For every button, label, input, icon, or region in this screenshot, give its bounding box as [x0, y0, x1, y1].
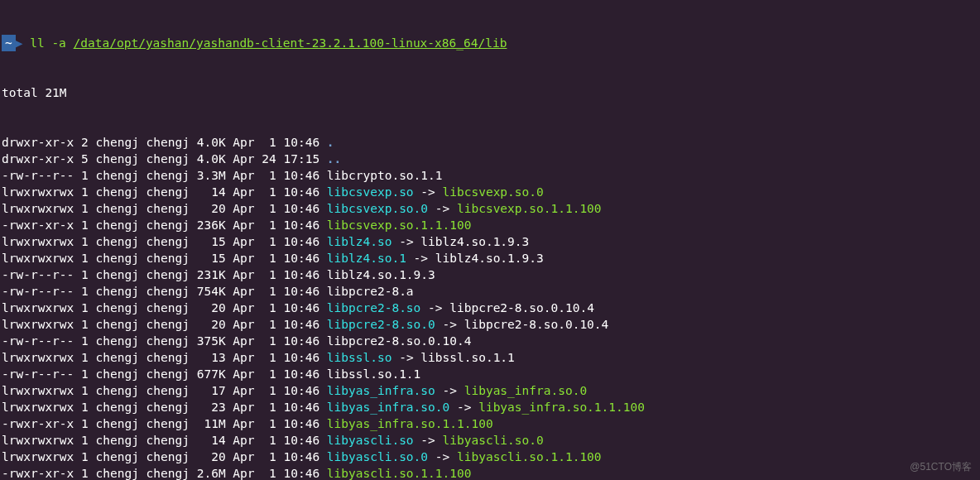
- symlink-target: libcsvexp.so.1.1.100: [457, 202, 602, 215]
- list-item: drwxr-xr-x 2 chengj chengj 4.0K Apr 1 10…: [2, 134, 978, 151]
- symlink-arrow-icon: ->: [435, 318, 464, 331]
- file-name: libyas_infra.so.1.1.100: [327, 417, 493, 430]
- list-item: lrwxrwxrwx 1 chengj chengj 15 Apr 1 10:4…: [2, 233, 978, 250]
- list-item: lrwxrwxrwx 1 chengj chengj 15 Apr 1 10:4…: [2, 250, 978, 266]
- file-meta: -rw-r--r-- 1 chengj chengj 677K Apr 1 10…: [2, 367, 327, 381]
- file-meta: -rw-r--r-- 1 chengj chengj 231K Apr 1 10…: [2, 268, 327, 281]
- file-name: libcsvexp.so: [327, 185, 414, 199]
- terminal-output[interactable]: ~▶ ll -a /data/opt/yashan/yashandb-clien…: [0, 0, 980, 480]
- prompt-symbol: ~: [2, 35, 16, 51]
- file-meta: lrwxrwxrwx 1 chengj chengj 20 Apr 1 10:4…: [2, 318, 327, 331]
- symlink-arrow-icon: ->: [414, 434, 443, 447]
- file-meta: lrwxrwxrwx 1 chengj chengj 20 Apr 1 10:4…: [2, 202, 327, 215]
- file-name: libyascli.so: [327, 434, 414, 447]
- file-meta: lrwxrwxrwx 1 chengj chengj 15 Apr 1 10:4…: [2, 252, 327, 265]
- file-meta: -rwxr-xr-x 1 chengj chengj 236K Apr 1 10…: [2, 218, 327, 232]
- list-item: -rwxr-xr-x 1 chengj chengj 11M Apr 1 10:…: [2, 415, 978, 432]
- symlink-target: libpcre2-8.so.0.10.4: [449, 301, 594, 314]
- symlink-arrow-icon: ->: [392, 351, 420, 364]
- file-meta: -rw-r--r-- 1 chengj chengj 375K Apr 1 10…: [2, 334, 327, 348]
- list-item: -rw-r--r-- 1 chengj chengj 375K Apr 1 10…: [2, 333, 978, 349]
- list-item: lrwxrwxrwx 1 chengj chengj 20 Apr 1 10:4…: [2, 300, 978, 316]
- list-item: lrwxrwxrwx 1 chengj chengj 14 Apr 1 10:4…: [2, 432, 978, 449]
- file-meta: lrwxrwxrwx 1 chengj chengj 14 Apr 1 10:4…: [2, 185, 327, 199]
- list-item: lrwxrwxrwx 1 chengj chengj 20 Apr 1 10:4…: [2, 449, 978, 465]
- file-name: libpcre2-8.so.0: [327, 318, 435, 331]
- symlink-arrow-icon: ->: [428, 450, 457, 463]
- file-name: libpcre2-8.so: [327, 301, 421, 314]
- file-listing: drwxr-xr-x 2 chengj chengj 4.0K Apr 1 10…: [2, 134, 978, 480]
- symlink-target: liblz4.so.1.9.3: [435, 252, 544, 265]
- list-item: lrwxrwxrwx 1 chengj chengj 14 Apr 1 10:4…: [2, 184, 978, 200]
- symlink-target: libssl.so.1.1: [420, 351, 515, 364]
- total-line: total 21M: [2, 84, 978, 101]
- file-name: ..: [327, 152, 341, 166]
- symlink-target: libpcre2-8.so.0.10.4: [464, 318, 609, 331]
- list-item: -rw-r--r-- 1 chengj chengj 677K Apr 1 10…: [2, 366, 978, 382]
- file-meta: drwxr-xr-x 2 chengj chengj 4.0K Apr 1 10…: [2, 136, 327, 149]
- watermark: @51CTO博客: [910, 458, 972, 475]
- file-name: libpcre2-8.a: [327, 285, 414, 298]
- file-name: libcsvexp.so.1.1.100: [327, 218, 472, 232]
- symlink-arrow-icon: ->: [449, 401, 478, 414]
- file-name: libcsvexp.so.0: [327, 202, 428, 215]
- list-item: -rwxr-xr-x 1 chengj chengj 2.6M Apr 1 10…: [2, 465, 978, 480]
- file-name: libyascli.so.0: [327, 450, 428, 463]
- file-meta: -rwxr-xr-x 1 chengj chengj 2.6M Apr 1 10…: [2, 467, 327, 480]
- file-meta: lrwxrwxrwx 1 chengj chengj 20 Apr 1 10:4…: [2, 301, 327, 314]
- prompt-line: ~▶ ll -a /data/opt/yashan/yashandb-clien…: [2, 35, 978, 51]
- file-name: libcrypto.so.1.1: [327, 169, 443, 182]
- file-meta: drwxr-xr-x 5 chengj chengj 4.0K Apr 24 1…: [2, 152, 327, 166]
- list-item: lrwxrwxrwx 1 chengj chengj 17 Apr 1 10:4…: [2, 382, 978, 399]
- file-name: .: [327, 136, 334, 149]
- file-name: libssl.so.1.1: [327, 367, 421, 381]
- list-item: lrwxrwxrwx 1 chengj chengj 20 Apr 1 10:4…: [2, 200, 978, 217]
- list-item: lrwxrwxrwx 1 chengj chengj 23 Apr 1 10:4…: [2, 399, 978, 415]
- list-item: drwxr-xr-x 5 chengj chengj 4.0K Apr 24 1…: [2, 151, 978, 167]
- file-name: liblz4.so.1.9.3: [327, 268, 435, 281]
- symlink-target: libyascli.so.0: [443, 434, 544, 447]
- file-meta: lrwxrwxrwx 1 chengj chengj 23 Apr 1 10:4…: [2, 401, 327, 414]
- symlink-arrow-icon: ->: [435, 384, 464, 397]
- symlink-arrow-icon: ->: [392, 235, 420, 248]
- symlink-target: libyascli.so.1.1.100: [457, 450, 602, 463]
- file-name: libyas_infra.so: [327, 384, 435, 397]
- list-item: -rw-r--r-- 1 chengj chengj 754K Apr 1 10…: [2, 283, 978, 300]
- prompt-arrow-icon: ▶: [16, 35, 23, 51]
- symlink-target: libyas_infra.so.0: [464, 384, 587, 397]
- command-path: /data/opt/yashan/yashandb-client-23.2.1.…: [74, 36, 507, 50]
- file-name: libyas_infra.so.0: [327, 401, 449, 414]
- symlink-target: libyas_infra.so.1.1.100: [478, 401, 645, 414]
- command: ll -a: [30, 36, 66, 50]
- symlink-arrow-icon: ->: [428, 202, 457, 215]
- file-meta: -rw-r--r-- 1 chengj chengj 3.3M Apr 1 10…: [2, 169, 327, 182]
- list-item: lrwxrwxrwx 1 chengj chengj 20 Apr 1 10:4…: [2, 316, 978, 333]
- file-meta: -rw-r--r-- 1 chengj chengj 754K Apr 1 10…: [2, 285, 327, 298]
- list-item: lrwxrwxrwx 1 chengj chengj 13 Apr 1 10:4…: [2, 349, 978, 366]
- file-meta: lrwxrwxrwx 1 chengj chengj 13 Apr 1 10:4…: [2, 351, 327, 364]
- file-meta: lrwxrwxrwx 1 chengj chengj 14 Apr 1 10:4…: [2, 434, 327, 447]
- file-meta: lrwxrwxrwx 1 chengj chengj 20 Apr 1 10:4…: [2, 450, 327, 463]
- file-name: liblz4.so: [327, 235, 392, 248]
- list-item: -rw-r--r-- 1 chengj chengj 231K Apr 1 10…: [2, 266, 978, 283]
- file-name: libssl.so: [327, 351, 392, 364]
- list-item: -rw-r--r-- 1 chengj chengj 3.3M Apr 1 10…: [2, 167, 978, 184]
- file-name: libpcre2-8.so.0.10.4: [327, 334, 472, 348]
- file-name: liblz4.so.1: [327, 252, 406, 265]
- list-item: -rwxr-xr-x 1 chengj chengj 236K Apr 1 10…: [2, 217, 978, 233]
- file-meta: lrwxrwxrwx 1 chengj chengj 17 Apr 1 10:4…: [2, 384, 327, 397]
- file-name: libyascli.so.1.1.100: [327, 467, 472, 480]
- symlink-target: liblz4.so.1.9.3: [420, 235, 529, 248]
- symlink-arrow-icon: ->: [414, 185, 443, 199]
- symlink-arrow-icon: ->: [406, 252, 435, 265]
- file-meta: -rwxr-xr-x 1 chengj chengj 11M Apr 1 10:…: [2, 417, 327, 430]
- symlink-target: libcsvexp.so.0: [443, 185, 544, 199]
- file-meta: lrwxrwxrwx 1 chengj chengj 15 Apr 1 10:4…: [2, 235, 327, 248]
- symlink-arrow-icon: ->: [420, 301, 449, 314]
